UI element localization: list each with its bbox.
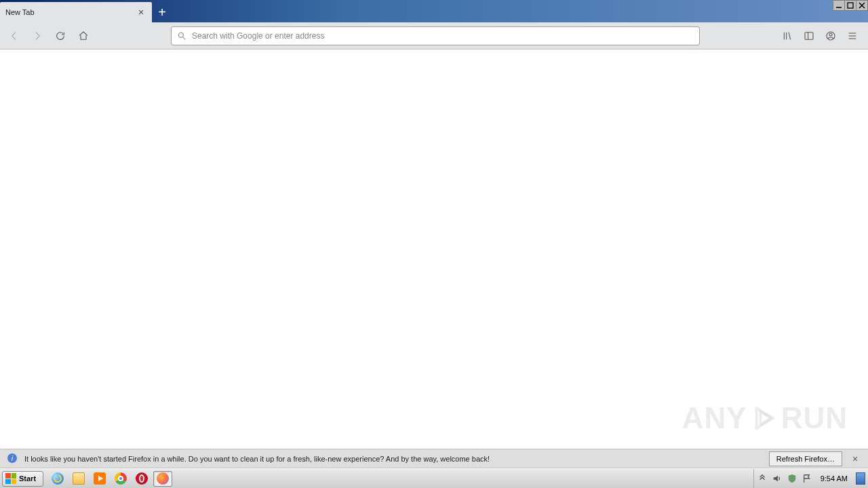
chevrons-icon <box>757 474 767 483</box>
svg-point-12 <box>829 33 832 36</box>
taskbar-explorer[interactable] <box>69 471 88 487</box>
window-close-button[interactable] <box>856 0 868 11</box>
tray-shield[interactable] <box>787 473 797 484</box>
library-button[interactable] <box>777 26 797 46</box>
folder-icon <box>73 472 85 485</box>
page-content: ANY RUN <box>0 49 868 449</box>
shield-icon <box>787 474 797 483</box>
windows-flag-icon <box>5 473 16 484</box>
account-icon <box>825 30 836 41</box>
close-icon <box>859 2 865 9</box>
ie-icon <box>52 472 64 485</box>
plus-icon: + <box>158 5 166 20</box>
window-controls <box>833 0 868 11</box>
svg-rect-9 <box>805 32 813 39</box>
home-icon <box>78 30 89 41</box>
addressbar[interactable] <box>171 26 700 45</box>
window-titlebar: New Tab × + <box>0 0 868 22</box>
app-menu-button[interactable] <box>842 26 863 46</box>
taskbar-chrome[interactable] <box>111 471 130 487</box>
sidebar-icon <box>804 30 814 41</box>
info-icon: i <box>7 453 18 465</box>
watermark-text-left: ANY <box>682 401 747 435</box>
start-button[interactable]: Start <box>2 471 43 487</box>
account-button[interactable] <box>821 26 841 46</box>
window-maximize-button[interactable] <box>844 0 856 11</box>
taskbar: Start 9:54 AM <box>0 468 868 488</box>
svg-point-4 <box>178 33 183 37</box>
show-desktop-button[interactable] <box>856 472 865 485</box>
hamburger-icon <box>847 30 858 41</box>
notification-message: It looks like you haven't started Firefo… <box>24 455 762 463</box>
window-minimize-button[interactable] <box>833 0 845 11</box>
forward-icon <box>32 30 43 41</box>
notification-close-button[interactable]: × <box>849 453 861 464</box>
addressbar-container <box>96 26 774 45</box>
firefox-icon <box>157 472 169 485</box>
tab-title: New Tab <box>5 8 136 16</box>
media-icon <box>94 472 106 485</box>
taskbar-clock[interactable]: 9:54 AM <box>816 474 852 483</box>
minimize-icon <box>835 2 842 9</box>
close-icon: × <box>138 7 144 18</box>
svg-line-5 <box>183 37 186 39</box>
toolbar-right <box>777 26 863 46</box>
browser-tab[interactable]: New Tab × <box>0 2 152 22</box>
library-icon <box>782 30 793 41</box>
new-tab-button[interactable]: + <box>152 2 172 22</box>
system-tray: 9:54 AM <box>753 469 868 488</box>
taskbar-opera[interactable] <box>132 471 151 487</box>
tab-close-button[interactable]: × <box>136 7 146 18</box>
taskbar-items <box>48 471 172 487</box>
start-label: Start <box>19 474 36 483</box>
back-button[interactable] <box>4 26 24 46</box>
address-input[interactable] <box>192 31 694 41</box>
tray-flag[interactable] <box>802 473 812 484</box>
svg-rect-1 <box>848 3 853 8</box>
notification-bar: i It looks like you haven't started Fire… <box>0 449 868 468</box>
play-icon <box>751 405 777 431</box>
taskbar-firefox[interactable] <box>153 471 172 487</box>
chrome-icon <box>115 472 127 485</box>
maximize-icon <box>847 2 854 9</box>
taskbar-media[interactable] <box>90 471 109 487</box>
svg-line-8 <box>789 32 791 39</box>
refresh-firefox-button[interactable]: Refresh Firefox… <box>769 451 842 466</box>
volume-icon <box>772 474 782 483</box>
home-button[interactable] <box>73 26 94 46</box>
flag-icon <box>802 474 812 483</box>
back-icon <box>9 30 20 41</box>
tray-volume[interactable] <box>772 473 783 484</box>
forward-button[interactable] <box>27 26 47 46</box>
reload-button[interactable] <box>50 26 71 46</box>
watermark: ANY RUN <box>682 401 848 435</box>
watermark-text-right: RUN <box>781 401 848 435</box>
opera-icon <box>136 472 148 485</box>
close-icon: × <box>852 453 858 464</box>
navigation-toolbar <box>0 22 868 49</box>
tray-expand-button[interactable] <box>757 473 768 484</box>
sidebar-button[interactable] <box>799 26 819 46</box>
reload-icon <box>55 30 66 41</box>
search-icon <box>177 31 186 41</box>
taskbar-ie[interactable] <box>48 471 67 487</box>
